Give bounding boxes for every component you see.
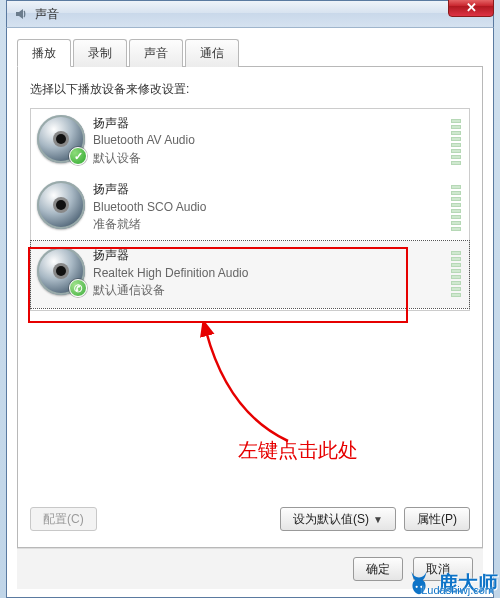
sound-app-icon bbox=[13, 6, 29, 22]
level-meter bbox=[451, 119, 461, 165]
default-check-icon: ✓ bbox=[69, 147, 87, 165]
window-title: 声音 bbox=[35, 6, 59, 23]
device-list[interactable]: ✓扬声器Bluetooth AV Audio默认设备扬声器Bluetooth S… bbox=[30, 108, 470, 311]
speaker-icon bbox=[37, 181, 85, 229]
annotation-arrow-icon bbox=[168, 323, 318, 453]
device-row[interactable]: ✓扬声器Bluetooth AV Audio默认设备 bbox=[31, 109, 469, 175]
device-status: 默认设备 bbox=[93, 150, 195, 167]
device-row[interactable]: 扬声器Bluetooth SCO Audio准备就绪 bbox=[31, 175, 469, 241]
close-button[interactable]: ✕ bbox=[448, 0, 494, 17]
watermark-url: Ludashiwj.com bbox=[421, 584, 494, 596]
speaker-icon: ✆ bbox=[37, 247, 85, 295]
speaker-icon: ✓ bbox=[37, 115, 85, 163]
device-subtitle: Bluetooth AV Audio bbox=[93, 132, 195, 149]
ok-button[interactable]: 确定 bbox=[353, 557, 403, 581]
dialog-footer: 确定 取消 bbox=[17, 548, 483, 589]
tab-body-playback: 选择以下播放设备来修改设置: ✓扬声器Bluetooth AV Audio默认设… bbox=[17, 67, 483, 548]
close-icon: ✕ bbox=[466, 0, 477, 15]
set-default-button[interactable]: 设为默认值(S) ▼ bbox=[280, 507, 396, 531]
instruction-text: 选择以下播放设备来修改设置: bbox=[30, 81, 470, 98]
level-meter bbox=[451, 185, 461, 231]
titlebar[interactable]: 声音 bbox=[6, 0, 494, 28]
device-name: 扬声器 bbox=[93, 115, 195, 132]
tabstrip: 播放 录制 声音 通信 bbox=[17, 38, 483, 67]
device-status: 默认通信设备 bbox=[93, 282, 248, 299]
phone-badge-icon: ✆ bbox=[69, 279, 87, 297]
device-subtitle: Bluetooth SCO Audio bbox=[93, 199, 206, 216]
device-row[interactable]: ✆扬声器Realtek High Definition Audio默认通信设备 bbox=[31, 241, 469, 307]
device-status: 准备就绪 bbox=[93, 216, 206, 233]
device-name: 扬声器 bbox=[93, 247, 248, 264]
configure-button[interactable]: 配置(C) bbox=[30, 507, 97, 531]
chevron-down-icon: ▼ bbox=[373, 514, 383, 525]
tab-record[interactable]: 录制 bbox=[73, 39, 127, 67]
tab-playback[interactable]: 播放 bbox=[17, 39, 71, 67]
device-button-row: 配置(C) 设为默认值(S) ▼ 属性(P) bbox=[30, 501, 470, 537]
cancel-button[interactable]: 取消 bbox=[413, 557, 473, 581]
tab-communications[interactable]: 通信 bbox=[185, 39, 239, 67]
tab-sounds[interactable]: 声音 bbox=[129, 39, 183, 67]
properties-button[interactable]: 属性(P) bbox=[404, 507, 470, 531]
annotation-text: 左键点击此处 bbox=[238, 437, 358, 464]
level-meter bbox=[451, 251, 461, 297]
device-name: 扬声器 bbox=[93, 181, 206, 198]
device-subtitle: Realtek High Definition Audio bbox=[93, 265, 248, 282]
